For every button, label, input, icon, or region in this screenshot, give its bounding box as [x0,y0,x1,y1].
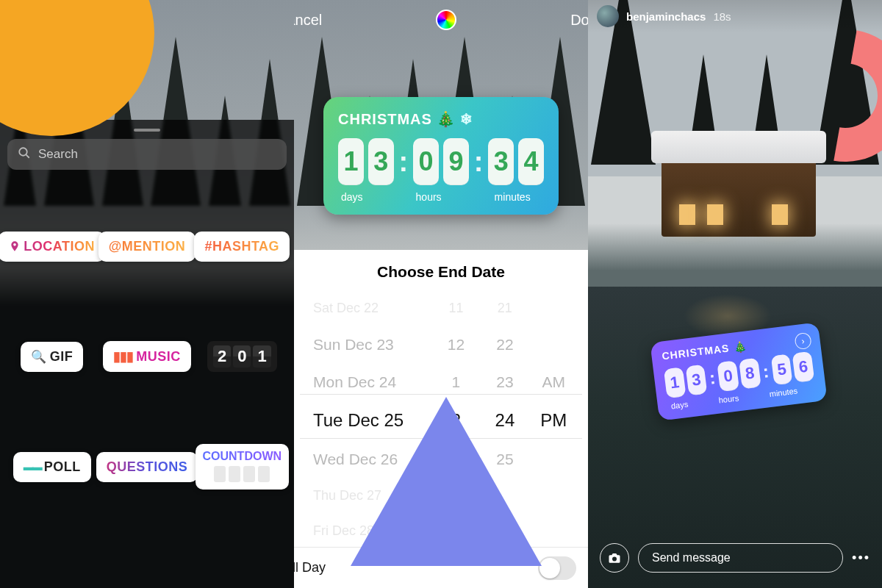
countdown-digits: 1 3 : 0 9 : 3 4 [338,138,544,185]
svg-line-1 [26,154,29,157]
message-input[interactable]: Send message [638,543,843,573]
three-panel-comp: Search LOCATION @MENTION #HASHTAG 🔍 GIF … [0,0,882,588]
search-icon [18,146,31,163]
sticker-grid: LOCATION @MENTION #HASHTAG 🔍 GIF ▮▮▮ MUS… [0,191,294,588]
equalizer-icon: ▮▮▮ [113,348,133,365]
timestamp: 18s [713,10,731,23]
search-input[interactable]: Search [7,139,287,170]
search-icon: 🔍 [31,349,47,365]
countdown-mini-preview [214,466,270,482]
sticker-mention[interactable]: @MENTION [98,232,196,262]
camera-button[interactable] [600,543,629,573]
search-placeholder: Search [38,147,78,162]
sticker-flipclock[interactable]: 2 0 1 [207,341,277,372]
avatar[interactable] [597,5,619,27]
pin-icon [9,240,21,253]
username[interactable]: benjaminchacs [626,10,706,23]
panel-countdown-editor: Cancel Done CHRISTMAS 1 3 : 0 9 : 3 4 da… [294,0,588,588]
panel-sticker-tray: Search LOCATION @MENTION #HASHTAG 🔍 GIF … [0,0,294,588]
svg-point-0 [19,148,27,156]
done-button[interactable]: Done [570,12,588,29]
panel-story-viewer: benjaminchacs 18s › CHRISTMAS 1 3 : 0 8 … [588,0,882,588]
chevron-right-icon[interactable]: › [794,332,812,351]
sticker-music[interactable]: ▮▮▮ MUSIC [103,341,191,372]
snowflake-icon [460,110,473,128]
editor-topbar: Cancel Done [294,0,588,40]
bars-icon: ▬▬ [24,461,41,473]
sticker-location[interactable]: LOCATION [0,232,105,262]
story-header: benjaminchacs 18s [588,0,882,32]
sticker-poll[interactable]: ▬▬ POLL [13,452,91,482]
all-day-row: All Day [294,547,588,588]
message-placeholder: Send message [652,551,731,564]
xmas-tree-icon [437,110,456,128]
cancel-button[interactable]: Cancel [294,12,322,29]
countdown-title[interactable]: CHRISTMAS [338,110,544,128]
xmas-tree-icon [733,340,747,353]
countdown-labels: days hours minutes [338,191,544,203]
camera-icon [607,551,622,564]
date-picker-sheet: Choose End Date Sat Dec 221121Sun Dec 23… [294,250,588,588]
story-footer: Send message ••• [588,541,882,575]
sticker-countdown[interactable]: COUNTDOWN [196,444,290,490]
all-day-label: All Day [294,560,326,576]
sheet-title: Choose End Date [294,250,588,288]
sticker-hashtag[interactable]: #HASHTAG [194,232,290,262]
all-day-toggle[interactable] [538,556,576,580]
countdown-card[interactable]: CHRISTMAS 1 3 : 0 9 : 3 4 days hours min… [323,97,559,215]
cabin-illustration [662,156,816,237]
sheet-handle[interactable] [134,129,160,132]
more-button[interactable]: ••• [852,551,870,566]
sticker-gif[interactable]: 🔍 GIF [21,342,83,372]
date-wheel[interactable]: Sat Dec 221121Sun Dec 231222Mon Dec 2412… [294,288,588,547]
sticker-questions[interactable]: QUESTIONS [96,452,198,482]
color-wheel-button[interactable] [436,10,456,30]
